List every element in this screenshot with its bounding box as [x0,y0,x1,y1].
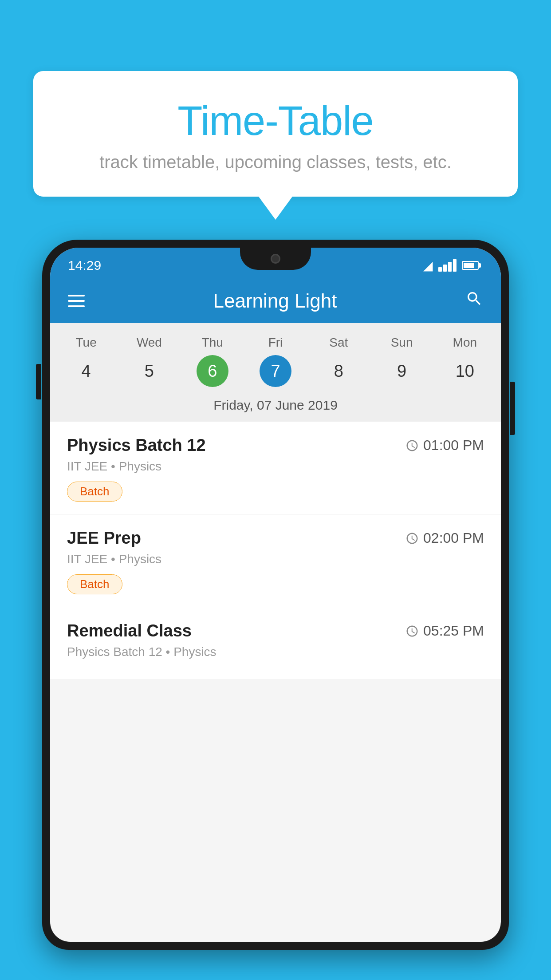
class-meta: IIT JEE • Physics [67,552,484,566]
day-number: 7 [260,355,291,387]
schedule-item-header: JEE Prep02:00 PM [67,529,484,548]
class-name: Physics Batch 12 [67,436,206,455]
schedule-item-header: Remedial Class05:25 PM [67,621,484,640]
day-column[interactable]: Fri7 [244,332,307,391]
schedule-list: Physics Batch 1201:00 PMIIT JEE • Physic… [50,422,501,680]
day-column[interactable]: Tue4 [55,332,118,391]
class-time: 02:00 PM [405,530,484,546]
app-title: Learning Light [98,290,452,312]
bubble-subtitle: track timetable, upcoming classes, tests… [69,152,482,172]
day-column[interactable]: Sun9 [370,332,433,391]
schedule-item[interactable]: Physics Batch 1201:00 PMIIT JEE • Physic… [50,422,501,514]
day-label: Mon [453,336,477,350]
day-column[interactable]: Thu6 [181,332,244,391]
class-name: JEE Prep [67,529,141,548]
menu-icon[interactable] [68,295,85,307]
day-number: 5 [133,355,165,387]
day-column[interactable]: Wed5 [118,332,181,391]
speech-bubble-section: Time-Table track timetable, upcoming cla… [33,71,518,220]
class-time: 01:00 PM [405,437,484,454]
status-icons: ◢ [423,258,479,273]
day-label: Sat [329,336,348,350]
day-column[interactable]: Mon10 [433,332,496,391]
camera-dot [271,254,280,264]
clock-icon [405,532,419,545]
phone-screen: 14:29 ◢ [50,248,501,942]
hamburger-line-3 [68,305,85,307]
class-meta: IIT JEE • Physics [67,459,484,474]
class-time: 05:25 PM [405,623,484,639]
clock-icon [405,439,419,452]
day-column[interactable]: Sat8 [307,332,370,391]
day-number: 10 [449,355,481,387]
app-bar: Learning Light [50,279,501,323]
hamburger-line-2 [68,300,85,302]
time-text: 02:00 PM [423,530,484,546]
phone-notch [240,248,311,270]
clock-icon [405,624,419,638]
day-label: Thu [202,336,223,350]
calendar-strip: Tue4Wed5Thu6Fri7Sat8Sun9Mon10 Friday, 07… [50,323,501,422]
day-label: Sun [391,336,413,350]
day-label: Tue [76,336,97,350]
class-name: Remedial Class [67,621,192,640]
time-text: 01:00 PM [423,437,484,454]
day-number: 9 [386,355,418,387]
status-time: 14:29 [68,258,101,273]
time-text: 05:25 PM [423,623,484,639]
schedule-item[interactable]: Remedial Class05:25 PMPhysics Batch 12 •… [50,607,501,680]
day-number: 6 [197,355,228,387]
phone-frame: 14:29 ◢ [42,240,509,950]
day-label: Fri [268,336,283,350]
signal-icon [438,259,457,272]
search-button[interactable] [465,290,483,312]
speech-bubble-card: Time-Table track timetable, upcoming cla… [33,71,518,197]
battery-icon [462,261,479,270]
battery-fill [464,263,474,268]
wifi-icon: ◢ [423,258,433,273]
phone-mockup: 14:29 ◢ [42,240,509,980]
days-row: Tue4Wed5Thu6Fri7Sat8Sun9Mon10 [50,332,501,391]
schedule-item[interactable]: JEE Prep02:00 PMIIT JEE • PhysicsBatch [50,514,501,607]
hamburger-line-1 [68,295,85,296]
day-number: 4 [70,355,102,387]
schedule-item-header: Physics Batch 1201:00 PM [67,436,484,455]
bubble-title: Time-Table [69,98,482,144]
batch-badge: Batch [67,574,122,594]
day-number: 8 [323,355,354,387]
selected-date-label: Friday, 07 June 2019 [50,391,501,422]
day-label: Wed [137,336,162,350]
class-meta: Physics Batch 12 • Physics [67,645,484,659]
batch-badge: Batch [67,482,122,502]
bubble-tail [259,197,292,220]
